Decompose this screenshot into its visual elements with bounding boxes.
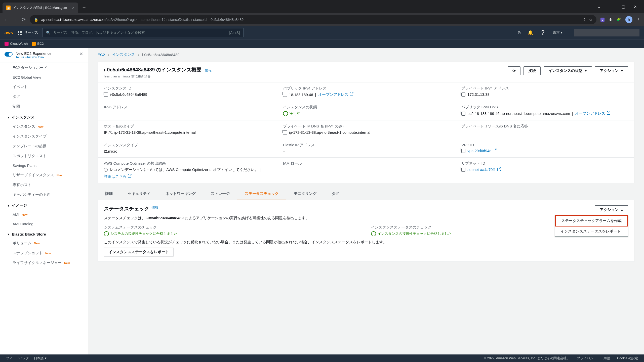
feedback-link[interactable]: フィードバック <box>6 356 29 360</box>
status-actions-button[interactable]: アクション▲ <box>595 205 628 214</box>
extensions-icon[interactable]: 🧩 <box>617 18 621 22</box>
tab-security[interactable]: セキュリティ <box>120 188 158 200</box>
url-host: ap-northeast-1.console.aws.amazon.com <box>41 18 106 22</box>
breadcrumb-ec2[interactable]: EC2 <box>98 53 105 57</box>
connect-button[interactable]: 接続 <box>524 66 541 75</box>
info-link[interactable]: 情報 <box>152 205 158 210</box>
tab-status-checks[interactable]: ステータスチェック <box>237 188 286 200</box>
banner-close-icon[interactable]: ✕ <box>79 51 83 57</box>
sidebar-item[interactable]: スポットリクエスト <box>0 151 88 161</box>
share-icon[interactable]: ⇪ <box>583 18 586 22</box>
cloudshell-icon[interactable]: ⎚ <box>518 30 520 35</box>
copy-icon[interactable] <box>461 93 465 97</box>
copy-icon[interactable] <box>104 93 108 97</box>
aws-search[interactable]: 🔍 サービス、特徴、ブログ、およびドキュメントなどを検索 [Alt+S] <box>42 28 244 37</box>
state-label: インスタンスの状態 <box>283 105 449 110</box>
copy-icon[interactable] <box>283 130 287 134</box>
report-status-item[interactable]: インスタンスステータスをレポート <box>555 227 628 236</box>
region-selector[interactable]: 東京 ▾ <box>553 30 562 35</box>
fav-cloudwatch[interactable]: CloudWatch <box>5 42 28 46</box>
back-icon[interactable]: ← <box>4 17 9 23</box>
menu-icon[interactable]: ⋮ <box>637 18 640 22</box>
url-bar[interactable]: 🔒 ap-northeast-1.console.aws.amazon.com/… <box>30 15 596 24</box>
extension-badge[interactable]: ₂ <box>600 18 605 22</box>
instance-id-label: インスタンス ID <box>104 86 271 91</box>
info-link[interactable]: 情報 <box>205 68 212 72</box>
sidebar-item[interactable]: ライフサイクルマネージャー New <box>0 258 88 268</box>
profile-avatar[interactable]: h <box>625 16 632 23</box>
services-menu[interactable]: サービス <box>18 30 38 35</box>
open-address-link[interactable]: オープンアドレス <box>318 92 353 97</box>
copy-icon[interactable] <box>461 112 465 116</box>
sidebar-item[interactable]: スナップショット New <box>0 248 88 258</box>
help-icon[interactable]: ❔ <box>540 30 546 35</box>
instance-state-button[interactable]: インスタンスの状態▼ <box>544 66 592 75</box>
sidebar-item[interactable]: ボリューム New <box>0 238 88 248</box>
copy-icon[interactable] <box>461 149 465 153</box>
tab-networking[interactable]: ネットワーキング <box>158 188 203 200</box>
external-link-icon <box>497 168 501 171</box>
sidebar-item[interactable]: リザーブドインスタンス New <box>0 170 88 180</box>
sidebar-item[interactable]: Savings Plans <box>0 161 88 170</box>
sidebar-item[interactable]: EC2 ダッシュボード <box>0 63 88 73</box>
terms-link[interactable]: 用語 <box>603 356 610 360</box>
sidebar-group-instances[interactable]: ▼インスタンス <box>0 111 88 122</box>
elastic-ip-label: Elastic IP アドレス <box>283 143 449 148</box>
caret-up-icon: ▲ <box>621 208 623 211</box>
fav-ec2[interactable]: EC2 <box>32 42 44 46</box>
minimize-icon[interactable]: — <box>609 5 613 9</box>
cookie-link[interactable]: Cookie の設定 <box>617 356 638 360</box>
tab-tags[interactable]: タグ <box>324 188 347 200</box>
sidebar-item[interactable]: 専有ホスト <box>0 180 88 190</box>
language-selector[interactable]: 日本語 ▾ <box>34 356 47 360</box>
sidebar-item[interactable]: 制限 <box>0 102 88 111</box>
chevron-down-icon[interactable]: ⌄ <box>597 5 601 9</box>
subnet-link[interactable]: subnet-aa4a70f1 <box>467 167 501 172</box>
system-status-label: システムステータスのチェック <box>104 225 361 230</box>
close-icon[interactable]: ✕ <box>634 5 637 9</box>
tab-storage[interactable]: ストレージ <box>203 188 237 200</box>
reload-icon[interactable]: ⟳ <box>22 17 26 23</box>
tab-monitoring[interactable]: モニタリング <box>286 188 324 200</box>
tab-close-icon[interactable]: × <box>72 6 74 10</box>
instance-id-value: i-0c5ab6c48648a8489 <box>110 92 147 97</box>
copy-icon[interactable] <box>461 168 465 172</box>
new-experience-link[interactable]: Tell us what you think <box>16 56 76 59</box>
sidebar-item[interactable]: EC2 Global View <box>0 73 88 82</box>
new-experience-toggle[interactable] <box>5 52 13 57</box>
sidebar-item[interactable]: インスタンス New <box>0 122 88 131</box>
open-address-link[interactable]: オープンアドレス <box>575 111 610 116</box>
state-value: 実行中 <box>283 111 301 116</box>
tab-details[interactable]: 詳細 <box>98 188 120 200</box>
status-check-panel: ステータスチェック 情報 アクション▲ ステータスチェックは、i-0c5ab6c… <box>98 200 634 262</box>
sidebar-item[interactable]: AMI New <box>0 210 88 219</box>
report-status-button[interactable]: インスタンスステータスをレポート <box>104 248 174 256</box>
create-alarm-item[interactable]: ステータスチェックアラームを作成 <box>555 215 628 227</box>
refresh-button[interactable]: ⟳ <box>508 66 520 75</box>
breadcrumb-instances[interactable]: インスタンス <box>112 52 135 57</box>
sidebar-item[interactable]: キャパシティーの予約 <box>0 190 88 200</box>
sidebar-item[interactable]: インスタンスタイプ <box>0 131 88 141</box>
actions-button[interactable]: アクション▼ <box>595 66 628 75</box>
aws-logo[interactable]: aws <box>5 30 13 35</box>
extension-icon[interactable]: ❇ <box>609 18 612 22</box>
sidebar-item[interactable]: イベント <box>0 82 88 92</box>
sidebar-group-ebs[interactable]: ▼Elastic Block Store <box>0 229 88 238</box>
bookmark-icon[interactable]: ☆ <box>589 18 592 22</box>
new-experience-title: New EC2 Experience <box>16 51 76 56</box>
maximize-icon[interactable]: ▢ <box>622 5 625 9</box>
browser-tab[interactable]: ▣ インスタンスの詳細 | EC2 Managem × <box>3 3 78 13</box>
vpc-link[interactable]: vpc-29d6d94e <box>467 149 496 153</box>
privacy-link[interactable]: プライバシー <box>577 356 596 360</box>
sidebar-item[interactable]: タグ <box>0 92 88 102</box>
new-badge: New <box>37 125 44 128</box>
account-menu[interactable] <box>574 29 639 36</box>
sidebar-item[interactable]: AMI Catalog <box>0 219 88 229</box>
new-tab-button[interactable]: + <box>83 4 86 11</box>
copy-icon[interactable] <box>283 93 287 97</box>
notifications-icon[interactable]: 🔔 <box>528 30 533 35</box>
sidebar-group-images[interactable]: ▼イメージ <box>0 200 88 210</box>
compute-optimizer-link[interactable]: 詳細はこちら <box>104 174 131 179</box>
sidebar-item[interactable]: テンプレートの起動 <box>0 141 88 151</box>
compute-optimizer-value: レコメンデーションについては、AWS Compute Optimizer にオプ… <box>110 167 258 172</box>
